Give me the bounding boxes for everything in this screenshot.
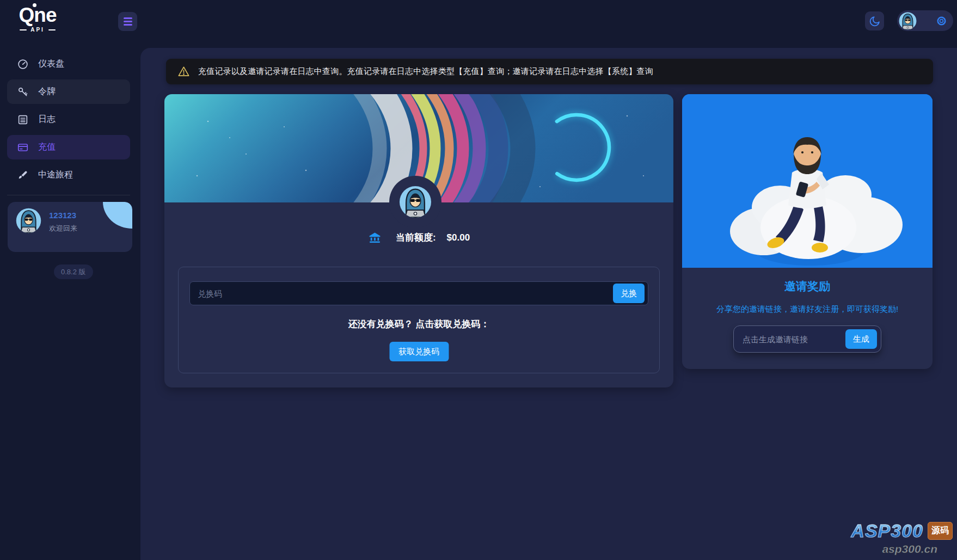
key-icon (17, 86, 29, 98)
logo-dash-left (20, 29, 27, 30)
brand-logo[interactable]: Qne API (13, 4, 62, 33)
warning-icon (177, 65, 190, 78)
moon-icon (869, 15, 881, 27)
sidebar-toggle-button[interactable] (118, 12, 137, 31)
recharge-user-avatar (399, 186, 432, 218)
user-avatar (16, 208, 41, 233)
invite-link-input[interactable] (734, 326, 843, 352)
theme-toggle-button[interactable] (865, 11, 884, 30)
watermark-badge: 源码 (928, 522, 953, 540)
sidebar-item-midjourney[interactable]: 中途旅程 (7, 163, 130, 187)
sidebar-divider (7, 195, 130, 195)
get-code-button[interactable]: 获取兑换码 (389, 342, 449, 361)
topbar-avatar[interactable] (899, 12, 917, 30)
sidebar-item-label: 充值 (38, 141, 56, 153)
cloud-man-illustration (682, 94, 933, 268)
redeem-input-row: 兑换 (189, 281, 648, 305)
invite-card: 邀请奖励 分享您的邀请链接，邀请好友注册，即可获得奖励! 生成 (682, 94, 933, 369)
logo-dash-right (48, 29, 56, 30)
watermark-domain: asp300.cn (851, 543, 937, 556)
redeem-box: 兑换 还没有兑换码？ 点击获取兑换码： 获取兑换码 (178, 267, 660, 373)
sidebar-item-logs[interactable]: 日志 (7, 107, 130, 132)
log-icon (17, 114, 29, 126)
version-badge: 0.8.2 版 (54, 264, 93, 279)
generate-button[interactable]: 生成 (845, 329, 877, 349)
sidebar-item-dashboard[interactable]: 仪表盘 (7, 52, 130, 76)
sidebar-item-label: 仪表盘 (38, 58, 64, 70)
redeem-code-input[interactable] (189, 281, 648, 305)
balance-label: 当前额度: (396, 231, 436, 244)
user-card-corner-decoration (103, 202, 132, 229)
brand-name: Qne (19, 4, 57, 26)
username: 123123 (49, 211, 76, 220)
watermark-name: ASP300 (851, 520, 923, 541)
invite-illustration (682, 94, 933, 268)
redeem-button[interactable]: 兑换 (613, 284, 645, 303)
brush-icon (17, 169, 29, 181)
watermark: ASP300 源码 asp300.cn (851, 520, 953, 556)
sidebar-item-recharge[interactable]: 充值 (7, 135, 130, 159)
sidebar-item-label: 日志 (38, 114, 56, 125)
balance-value: $0.00 (447, 232, 470, 243)
sidebar-user-card[interactable]: 123123 欢迎回来 (8, 202, 132, 252)
user-greeting: 欢迎回来 (49, 224, 77, 233)
invite-link-box: 生成 (733, 325, 881, 353)
gauge-icon (17, 58, 29, 70)
notice-banner: 充值记录以及邀请记录请在日志中查询。充值记录请在日志中选择类型【充值】查询；邀请… (166, 59, 933, 84)
settings-button[interactable] (935, 15, 948, 27)
notice-text: 充值记录以及邀请记录请在日志中查询。充值记录请在日志中选择类型【充值】查询；邀请… (198, 66, 653, 77)
recharge-card: 当前额度: $0.00 兑换 还没有兑换码？ 点击获取兑换码： 获取兑换码 (164, 94, 673, 387)
invite-subtitle: 分享您的邀请链接，邀请好友注册，即可获得奖励! (682, 304, 933, 315)
sidebar-item-tokens[interactable]: 令牌 (7, 79, 130, 104)
redeem-hint: 还没有兑换码？ 点击获取兑换码： (179, 318, 659, 330)
sidebar-nav: 仪表盘 令牌 日志 充值 (7, 52, 130, 190)
credit-card-icon (17, 141, 29, 153)
balance-row: 当前额度: $0.00 (164, 231, 673, 244)
sidebar-item-label: 中途旅程 (38, 169, 73, 181)
user-menu[interactable] (897, 10, 953, 31)
gear-icon (935, 15, 948, 27)
brand-sub: API (30, 27, 45, 33)
hamburger-icon (124, 17, 132, 19)
brand-logo-dot (33, 3, 36, 7)
app-root: Qne API (0, 0, 957, 560)
sidebar-item-label: 令牌 (38, 86, 56, 97)
invite-title: 邀请奖励 (682, 279, 933, 294)
bank-icon (368, 231, 382, 244)
